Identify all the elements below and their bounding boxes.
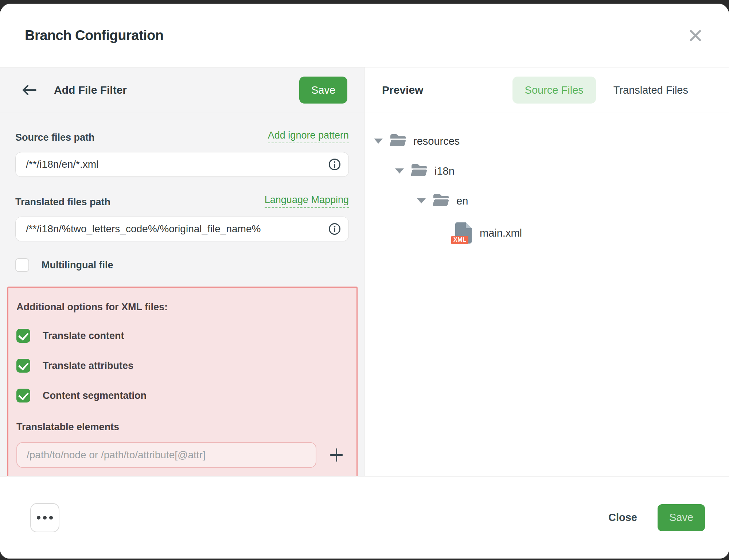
tree-label: main.xml [480,227,522,239]
tree-row-main-xml[interactable]: XML main.xml [364,216,729,250]
tree-row-resources[interactable]: resources [364,126,729,156]
source-files-field: Source files path Add ignore pattern [15,130,349,177]
folder-icon [432,193,449,209]
translate-content-row[interactable]: Translate content [16,329,348,343]
content-segmentation-label: Content segmentation [43,390,147,401]
modal-title: Branch Configuration [25,28,164,43]
filter-save-button[interactable]: Save [299,77,347,104]
file-tree: resources i18n en [364,113,729,250]
modal-header: Branch Configuration [0,4,729,67]
multilingual-file-row[interactable]: Multilingual file [15,258,349,272]
source-files-path-input[interactable] [15,152,349,177]
translate-content-label: Translate content [43,330,124,342]
translate-attributes-row[interactable]: Translate attributes [16,359,348,373]
translated-files-field: Translated files path Language Mapping [15,194,349,241]
modal-content: Add File Filter Save Source files path A… [0,67,729,476]
chevron-down-icon[interactable] [395,168,404,174]
xml-options-title: Additional options for XML files: [16,302,348,313]
tree-row-en[interactable]: en [364,186,729,216]
language-mapping-link[interactable]: Language Mapping [265,194,349,208]
filter-panel-title: Add File Filter [54,84,127,96]
content-segmentation-row[interactable]: Content segmentation [16,389,348,402]
filter-panel-header: Add File Filter Save [0,67,364,113]
xml-options-section: Additional options for XML files: Transl… [7,287,358,481]
chevron-down-icon[interactable] [417,198,426,203]
plus-icon[interactable] [325,444,348,466]
xml-file-icon: XML [455,222,472,244]
translatable-elements-label: Translatable elements [16,421,348,433]
preview-panel: Preview Source Files Translated Files re… [364,67,729,476]
tree-label: i18n [434,165,455,177]
preview-tabs: Source Files Translated Files [512,77,701,104]
translate-content-checkbox[interactable] [16,329,30,343]
xml-badge: XML [451,236,468,244]
footer-close-button[interactable]: Close [608,512,637,524]
add-ignore-pattern-link[interactable]: Add ignore pattern [268,130,349,143]
filter-form: Source files path Add ignore pattern Tra… [0,113,364,481]
multilingual-label: Multilingual file [42,260,113,271]
tab-source-files[interactable]: Source Files [512,77,596,104]
branch-configuration-modal: Branch Configuration Add File Filter Sav… [0,4,729,559]
info-icon[interactable] [328,158,341,171]
modal-footer: Close Save [0,476,729,559]
folder-icon [410,163,427,179]
preview-title: Preview [382,84,423,96]
tab-translated-files[interactable]: Translated Files [601,77,701,104]
tree-label: en [456,195,468,207]
back-arrow-icon[interactable] [21,83,37,97]
multilingual-checkbox[interactable] [15,258,29,272]
more-options-button[interactable] [30,503,59,532]
translate-attributes-label: Translate attributes [43,360,133,372]
chevron-down-icon[interactable] [374,139,383,144]
close-icon[interactable] [684,24,707,47]
info-icon[interactable] [328,223,341,235]
translated-files-path-label: Translated files path [15,197,110,208]
footer-save-button[interactable]: Save [658,504,705,531]
source-files-path-label: Source files path [15,132,95,143]
translated-files-path-input[interactable] [15,217,349,241]
tree-label: resources [413,135,460,147]
tree-row-i18n[interactable]: i18n [364,156,729,186]
folder-icon [389,133,406,149]
translate-attributes-checkbox[interactable] [16,359,30,373]
content-segmentation-checkbox[interactable] [16,389,30,402]
preview-panel-header: Preview Source Files Translated Files [364,67,729,113]
file-filter-panel: Add File Filter Save Source files path A… [0,67,364,476]
translatable-elements-input[interactable] [16,442,316,468]
